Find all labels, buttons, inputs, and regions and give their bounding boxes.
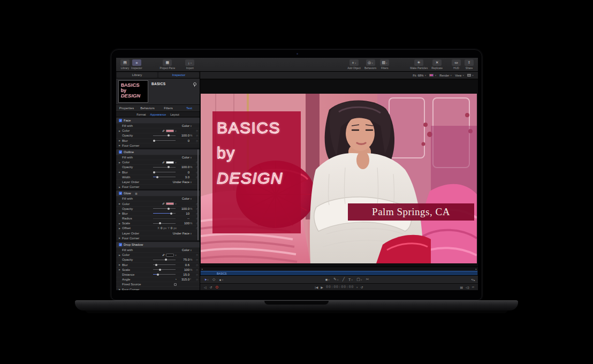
row-value[interactable]: 10	[177, 212, 189, 215]
row-layer-order[interactable]: Layer OrderUnder Face∨	[116, 231, 200, 236]
row-color[interactable]: ▶Color✎∨◇	[116, 128, 200, 133]
row-fill-with[interactable]: Fill withColor∨	[116, 196, 200, 201]
subtab-format[interactable]: Format	[136, 113, 146, 116]
slider-track[interactable]	[153, 264, 176, 265]
playback-loop-icon[interactable]: ↺	[361, 285, 363, 289]
row-fixed-source[interactable]: Fixed Source	[116, 282, 200, 286]
row-scale[interactable]: ▶Scale100%◇	[116, 221, 200, 225]
popup-value[interactable]: Under Face	[173, 232, 189, 235]
eyedropper-icon[interactable]: ✎	[162, 130, 165, 132]
tab-library[interactable]: Library	[117, 72, 157, 78]
expand-timeline-button[interactable]: ↖↘	[471, 278, 474, 282]
rectangle-tool[interactable]: ■∨	[325, 278, 330, 282]
keyframe-button[interactable]: ◇	[194, 273, 198, 276]
slider-thumb[interactable]	[168, 208, 170, 210]
row-angle[interactable]: Angle◔315.0°◇	[116, 277, 200, 282]
tab-inspector[interactable]: Inspector	[158, 72, 199, 78]
select-tool[interactable]: ➤∨	[204, 278, 209, 282]
row-layer-order[interactable]: Layer OrderUnder Face∨	[116, 179, 200, 184]
row-four-corner[interactable]: ▶Four Corner	[116, 184, 200, 189]
render-popup[interactable]: Render∨	[439, 74, 452, 77]
tab-filters[interactable]: Filters	[158, 105, 179, 111]
row-radius[interactable]: Radius--◇	[116, 216, 200, 221]
project-pane-button[interactable]: ▦ Project Pane	[160, 59, 176, 70]
row-offset[interactable]: ▶OffsetX0pxY0px◇	[116, 225, 200, 230]
row-four-corner[interactable]: ▶Four Corner	[116, 143, 200, 148]
channels-popup[interactable]: ∨	[429, 74, 436, 77]
section-options-icon[interactable]: ≣	[135, 192, 138, 195]
pin-icon[interactable]	[193, 82, 196, 87]
row-opacity[interactable]: Opacity100.0%◇	[116, 133, 200, 138]
slider-track[interactable]	[153, 172, 176, 172]
inspector-button[interactable]: ≡ Inspector	[131, 59, 142, 70]
row-opacity[interactable]: Opacity100.0%◇	[116, 164, 200, 169]
row-value[interactable]: 0	[177, 139, 189, 142]
row-value[interactable]: 15.0	[177, 273, 189, 276]
add-object-button[interactable]: +∨ Add Object	[347, 59, 361, 70]
slider-track[interactable]	[153, 260, 176, 260]
slider-thumb[interactable]	[159, 222, 161, 224]
behaviors-button[interactable]: ◎∨ Behaviors	[364, 59, 376, 70]
hud-button[interactable]: ▭ HUD	[452, 59, 461, 70]
row-four-corner[interactable]: ▶Four Corner	[116, 286, 200, 290]
swatch-dropdown-icon[interactable]: ∨	[175, 202, 177, 205]
view-popup[interactable]: View∨	[455, 74, 464, 77]
replicate-button[interactable]: ✕ Replicate	[431, 59, 443, 70]
row-opacity[interactable]: Opacity75.0%◇	[116, 257, 200, 262]
keyframe-button[interactable]: ◇	[194, 253, 198, 256]
row-checkbox[interactable]	[174, 283, 177, 286]
slider-track[interactable]	[153, 269, 176, 270]
text-tool[interactable]: T∨	[348, 278, 353, 282]
row-fill-with[interactable]: Fill withColor∨	[116, 247, 200, 252]
row-four-corner[interactable]: ▶Four Corner	[116, 236, 200, 240]
row-value[interactable]: 100	[177, 268, 189, 271]
slider-track[interactable]	[153, 218, 176, 219]
section-enable-checkbox[interactable]: ✓	[119, 150, 122, 154]
slider-thumb[interactable]	[159, 269, 161, 271]
slider-thumb[interactable]	[168, 166, 170, 168]
slider-thumb[interactable]	[170, 213, 172, 215]
previous-frame-button[interactable]: |◀	[315, 285, 318, 289]
row-color[interactable]: ▶Color✎∨◇	[116, 160, 200, 164]
section-enable-checkbox[interactable]: ✓	[119, 192, 122, 195]
slider-track[interactable]	[153, 213, 176, 214]
section-header-face[interactable]: ✓Face	[116, 118, 200, 123]
slider-thumb[interactable]	[156, 176, 158, 178]
popup-value[interactable]: Under Face	[173, 180, 189, 184]
eyedropper-icon[interactable]: ✎	[162, 202, 165, 205]
slider-track[interactable]	[153, 167, 176, 168]
row-value[interactable]: 100	[177, 222, 189, 225]
row-scale[interactable]: ▶Scale100%◇	[116, 267, 200, 272]
slider-thumb[interactable]	[168, 134, 170, 136]
make-particles-button[interactable]: ✳ Make Particles	[410, 59, 428, 70]
swatch-dropdown-icon[interactable]: ∨	[175, 254, 177, 256]
keyframe-button[interactable]: ◇	[194, 263, 198, 267]
popup-value[interactable]: Color	[177, 248, 189, 252]
filters-button[interactable]: ▧∨ Filters	[380, 59, 389, 70]
color-swatch[interactable]	[166, 130, 174, 132]
row-value[interactable]: 100.0	[177, 207, 189, 210]
row-value[interactable]: 0	[177, 171, 189, 174]
row-value[interactable]: 100.0	[177, 134, 189, 137]
share-button[interactable]: ⇧ Share	[465, 59, 474, 70]
layout-popup[interactable]: ∨	[467, 74, 474, 77]
slider-track[interactable]	[153, 223, 176, 224]
panel-scrollbar[interactable]	[197, 149, 199, 240]
row-value[interactable]: 3.0	[177, 176, 189, 179]
keyframe-button[interactable]: ◇	[194, 278, 198, 281]
object-thumbnail[interactable]: BASICS by DESIGN	[118, 80, 148, 103]
slider-track[interactable]	[153, 177, 176, 177]
row-blur[interactable]: ▶Blur0◇	[116, 138, 200, 143]
color-swatch[interactable]	[166, 202, 174, 205]
slider-track[interactable]	[153, 274, 176, 275]
row-fill-with[interactable]: Fill withColor∨	[116, 155, 200, 160]
section-enable-checkbox[interactable]: ✓	[119, 119, 122, 122]
row-value[interactable]: 0.6	[177, 263, 189, 267]
section-header-glow[interactable]: ✓Glow≣	[116, 191, 200, 196]
slider-thumb[interactable]	[157, 274, 159, 276]
cut-tool[interactable]: ✂	[366, 277, 369, 282]
popup-value[interactable]: Color	[177, 197, 189, 200]
swatch-dropdown-icon[interactable]: ∨	[175, 161, 177, 164]
canvas[interactable]: BASICS by DESIGN Palm Springs, CA	[200, 79, 478, 267]
subtab-appearance[interactable]: Appearance	[150, 113, 166, 116]
